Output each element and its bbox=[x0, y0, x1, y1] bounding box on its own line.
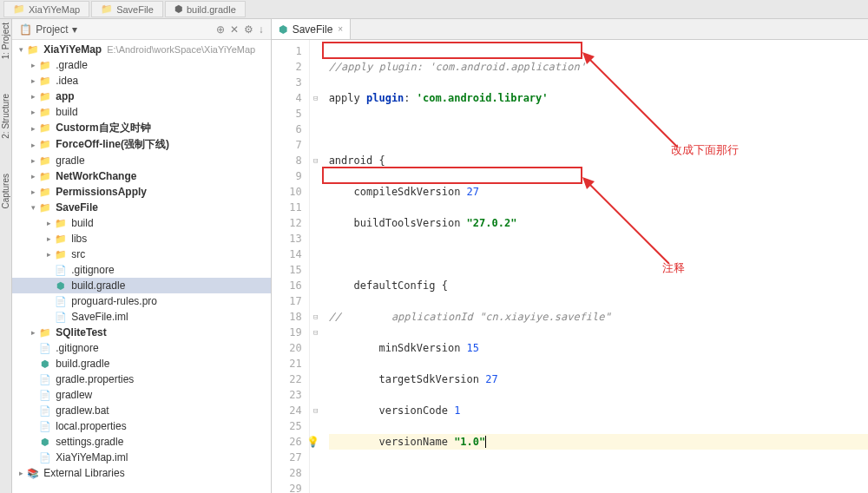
project-header-title: Project bbox=[36, 23, 68, 36]
tree-item[interactable]: ▸📁PermissionsApply bbox=[12, 184, 270, 200]
tree-item[interactable]: ▸📁build bbox=[12, 104, 270, 120]
tree-item[interactable]: ⬢build.gradle bbox=[12, 356, 270, 371]
tree-item[interactable]: 📄SaveFile.iml bbox=[12, 309, 270, 325]
top-tabs: 📁XiaYiYeMap 📁SaveFile ⬢build.gradle bbox=[0, 0, 868, 19]
tree-item[interactable]: ▸📁src bbox=[12, 246, 270, 262]
editor-tabs: ⬢ SaveFile × bbox=[272, 19, 868, 40]
project-panel: 📋Project ▾ ⊕ ✕ ⚙ ↓ ▾📁XiaYiYeMapE:\Androi… bbox=[12, 19, 271, 493]
top-tab-savefile[interactable]: 📁SaveFile bbox=[91, 1, 163, 17]
project-collapse-icon[interactable]: ✕ bbox=[230, 23, 239, 36]
tree-item[interactable]: 📄gradlew.bat bbox=[12, 403, 270, 418]
annotation-text-2: 注释 bbox=[662, 260, 685, 276]
editor-panel: ⬢ SaveFile × 123456789101112131415161718… bbox=[272, 19, 868, 493]
sidebar-tab-structure[interactable]: 2: Structure bbox=[1, 94, 10, 139]
sidebar-tab-captures[interactable]: Captures bbox=[1, 174, 10, 209]
tree-item[interactable]: ▸📁gradle bbox=[12, 153, 270, 168]
project-expand-icon[interactable]: ⊕ bbox=[216, 23, 225, 36]
tree-item[interactable]: 📄.gitignore bbox=[12, 262, 270, 278]
editor-tab-savefile[interactable]: ⬢ SaveFile × bbox=[272, 19, 352, 39]
tree-item[interactable]: 📄gradlew bbox=[12, 387, 270, 403]
sidebar-tab-project[interactable]: 1: Project bbox=[1, 23, 10, 59]
tree-item[interactable]: ▸📁.gradle bbox=[12, 57, 270, 73]
tree-item[interactable]: 📄gradle.properties bbox=[12, 371, 270, 387]
tree-item[interactable]: ▸📁app bbox=[12, 89, 270, 104]
fold-gutter[interactable]: ⊟⊟⊟⊟⊟ bbox=[310, 40, 322, 493]
code-area[interactable]: //apply plugin: 'com.android.application… bbox=[322, 40, 868, 493]
tree-item[interactable]: 📄local.properties bbox=[12, 418, 270, 434]
tree-item[interactable]: ▸📁libs bbox=[12, 231, 270, 246]
tree-item[interactable]: ▸📁ForceOff-line(强制下线) bbox=[12, 136, 270, 153]
top-tab-project[interactable]: 📁XiaYiYeMap bbox=[3, 1, 89, 17]
project-tree[interactable]: ▾📁XiaYiYeMapE:\Android\workSpace\XiaYiYe… bbox=[12, 40, 270, 493]
tree-item[interactable]: 📄proguard-rules.pro bbox=[12, 293, 270, 309]
tree-item[interactable]: ▸📁NetWorkChange bbox=[12, 168, 270, 184]
tree-item[interactable]: ▸📁.idea bbox=[12, 73, 270, 89]
project-hide-icon[interactable]: ↓ bbox=[259, 23, 264, 36]
tree-item[interactable]: ▸📁Custorm自定义时钟 bbox=[12, 120, 270, 136]
intention-bulb-icon[interactable]: 💡 bbox=[306, 434, 319, 450]
line-gutter: 1234567891011121314151617181920212223242… bbox=[272, 40, 310, 493]
tree-item[interactable]: ▾📁XiaYiYeMapE:\Android\workSpace\XiaYiYe… bbox=[12, 42, 270, 57]
project-settings-icon[interactable]: ⚙ bbox=[244, 23, 253, 36]
tree-item[interactable]: ▸📚External Libraries bbox=[12, 465, 270, 481]
top-tab-buildgradle[interactable]: ⬢build.gradle bbox=[165, 1, 246, 17]
editor-body[interactable]: 1234567891011121314151617181920212223242… bbox=[272, 40, 868, 493]
gradle-icon: ⬢ bbox=[279, 23, 287, 36]
tree-item[interactable]: ▾📁SaveFile bbox=[12, 200, 270, 215]
tree-item[interactable]: 📄.gitignore bbox=[12, 340, 270, 356]
close-icon[interactable]: × bbox=[338, 24, 343, 34]
tree-item[interactable]: ▸📁build bbox=[12, 215, 270, 231]
tree-item[interactable]: ⬢build.gradle bbox=[12, 278, 270, 293]
tree-item[interactable]: 📄XiaYiYeMap.iml bbox=[12, 450, 270, 465]
tree-item[interactable]: ▸📁SQliteTest bbox=[12, 325, 270, 340]
project-header: 📋Project ▾ ⊕ ✕ ⚙ ↓ bbox=[12, 19, 270, 40]
annotation-text-1: 改成下面那行 bbox=[671, 142, 739, 158]
left-tool-strip: 1: Project 2: Structure Captures bbox=[0, 19, 12, 493]
tree-item[interactable]: ⬢settings.gradle bbox=[12, 434, 270, 450]
